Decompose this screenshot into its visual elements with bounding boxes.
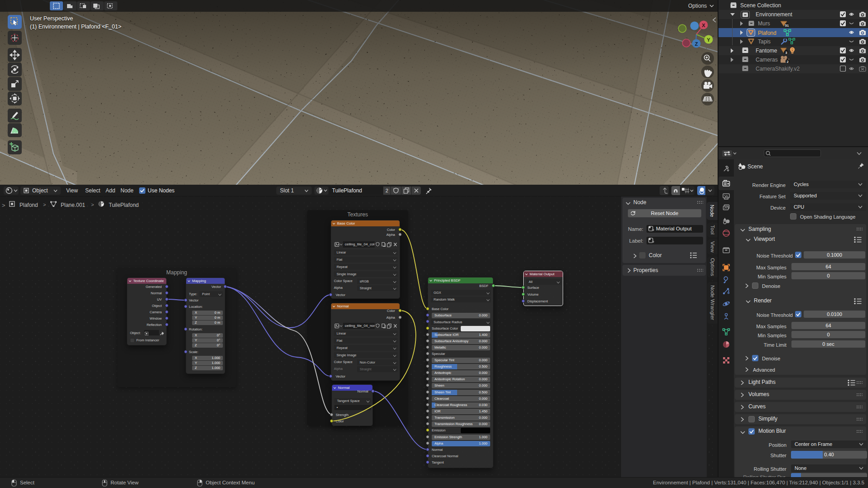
- svg-text:2: 2: [786, 60, 788, 64]
- svg-text:3: 3: [785, 51, 787, 55]
- svg-text:Y: Y: [707, 37, 710, 43]
- svg-text:51: 51: [785, 24, 789, 28]
- svg-text:X: X: [702, 23, 705, 28]
- svg-text:Z: Z: [695, 41, 698, 47]
